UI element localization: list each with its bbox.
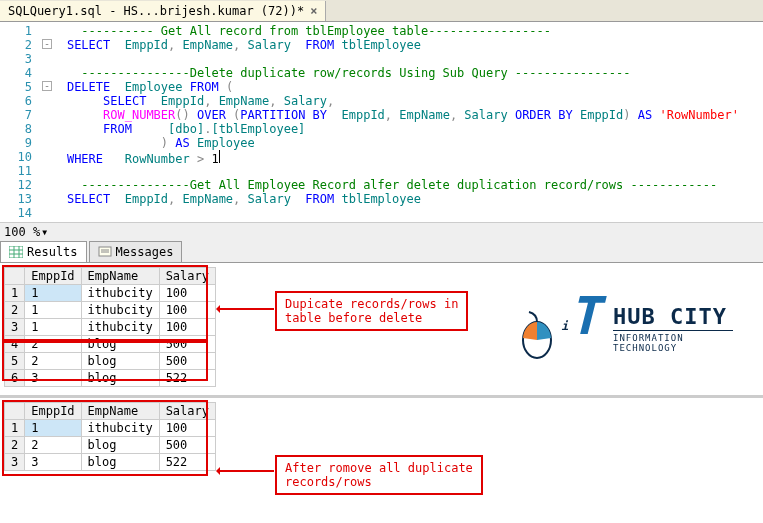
line-number: 10 xyxy=(0,150,38,164)
grid-icon xyxy=(9,246,23,258)
table-row[interactable]: 33blog522 xyxy=(5,454,216,471)
tab-messages[interactable]: Messages xyxy=(89,241,183,262)
line-number: 3 xyxy=(0,52,38,66)
arrow-icon xyxy=(218,308,274,310)
table[interactable]: EmppIdEmpNameSalary 11ithubcity100 22blo… xyxy=(4,402,216,471)
line-number: 1 xyxy=(0,24,38,38)
tab-bar: SQLQuery1.sql - HS...brijesh.kumar (72))… xyxy=(0,0,763,22)
header-row: EmppIdEmpNameSalary xyxy=(5,403,216,420)
table-row[interactable]: 11ithubcity100 xyxy=(5,285,216,302)
svg-rect-0 xyxy=(9,246,23,258)
line-number: 9 xyxy=(0,136,38,150)
close-icon[interactable]: × xyxy=(310,4,317,18)
table-row[interactable]: 31ithubcity100 xyxy=(5,319,216,336)
zoom-selector[interactable]: 100 %▼ xyxy=(0,222,763,241)
tab-title: SQLQuery1.sql - HS...brijesh.kumar (72))… xyxy=(8,4,304,18)
line-number: 6 xyxy=(0,94,38,108)
file-tab[interactable]: SQLQuery1.sql - HS...brijesh.kumar (72))… xyxy=(0,1,326,21)
line-number: 12 xyxy=(0,178,38,192)
table[interactable]: EmppIdEmpNameSalary 11ithubcity100 21ith… xyxy=(4,267,216,387)
table-row[interactable]: 11ithubcity100 xyxy=(5,420,216,437)
line-number: 2 xyxy=(0,38,38,52)
line-number: 8 xyxy=(0,122,38,136)
table-row[interactable]: 63blog522 xyxy=(5,370,216,387)
line-number: 5 xyxy=(0,80,38,94)
logo: iT HUB CITY INFORMATION TECHNOLOGY xyxy=(503,272,733,392)
cursor xyxy=(219,150,220,163)
table-row[interactable]: 22blog500 xyxy=(5,437,216,454)
line-number: 7 xyxy=(0,108,38,122)
table-row[interactable]: 21ithubcity100 xyxy=(5,302,216,319)
annotation-callout: Dupicate records/rows intable before del… xyxy=(275,291,468,331)
mouse-icon xyxy=(517,310,557,360)
arrow-icon xyxy=(218,470,274,472)
messages-icon xyxy=(98,246,112,258)
tab-label: Messages xyxy=(116,245,174,259)
line-number: 11 xyxy=(0,164,38,178)
results-tab-bar: Results Messages xyxy=(0,241,763,263)
table-row[interactable]: 42blog500 xyxy=(5,336,216,353)
tab-results[interactable]: Results xyxy=(0,241,87,262)
fold-icon[interactable]: - xyxy=(42,81,52,91)
sql-editor[interactable]: - - 1 ---------- Get All record from tbl… xyxy=(0,22,763,222)
line-number: 13 xyxy=(0,192,38,206)
tab-label: Results xyxy=(27,245,78,259)
line-number: 14 xyxy=(0,206,38,220)
table-row[interactable]: 52blog500 xyxy=(5,353,216,370)
annotation-callout: After romove all duplicaterecords/rows xyxy=(275,455,483,495)
header-row: EmppIdEmpNameSalary xyxy=(5,268,216,285)
fold-icon[interactable]: - xyxy=(42,39,52,49)
line-number: 4 xyxy=(0,66,38,80)
